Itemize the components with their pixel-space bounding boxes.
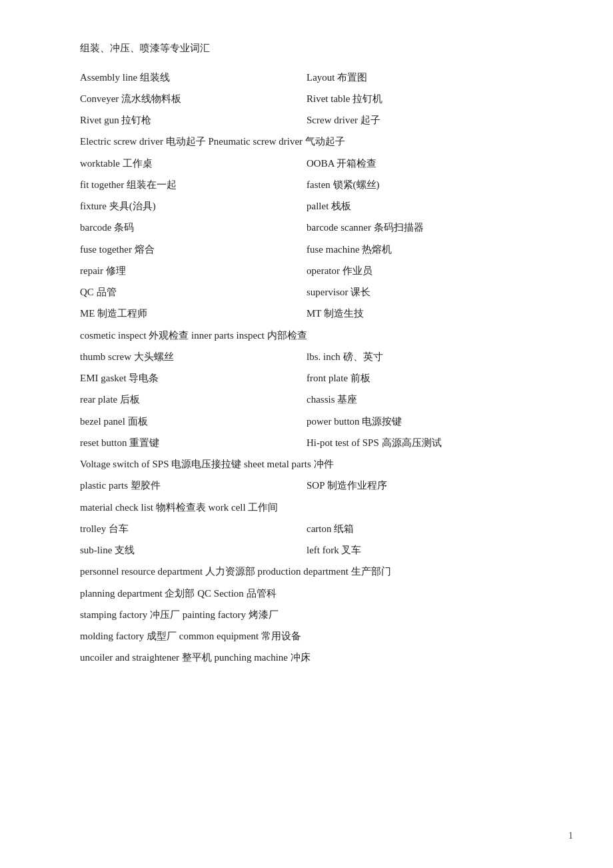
term-right-cell: supervisor 课长 — [306, 281, 533, 303]
term-left-cell: Conveyer 流水线物料板 — [80, 88, 306, 109]
table-row: fuse together 熔合fuse machine 热熔机 — [80, 239, 533, 260]
table-row: cosmetic inspect 外观检查 inner parts inspec… — [80, 325, 533, 346]
term-right-cell: lbs. inch 磅、英寸 — [306, 346, 533, 367]
term-left-cell: ME 制造工程师 — [80, 303, 306, 324]
table-row: molding factory 成型厂 common equipment 常用设… — [80, 625, 533, 647]
table-row: fixture 夹具(治具)pallet 栈板 — [80, 195, 533, 217]
table-row: sub-line 支线left fork 叉车 — [80, 539, 533, 561]
term-left-cell: fixture 夹具(治具) — [80, 195, 306, 217]
table-row: Rivet gun 拉钉枪Screw driver 起子 — [80, 109, 533, 131]
table-row: Conveyer 流水线物料板Rivet table 拉钉机 — [80, 88, 533, 109]
term-right-cell: Screw driver 起子 — [306, 109, 533, 131]
term-right-cell: pallet 栈板 — [306, 195, 533, 217]
table-row: ME 制造工程师MT 制造生技 — [80, 303, 533, 324]
table-row: Voltage switch of SPS 电源电压接拉键 sheet meta… — [80, 453, 533, 475]
term-full-cell: uncoiler and straightener 整平机 punching m… — [80, 647, 533, 668]
term-full-cell: Electric screw driver 电动起子 Pneumatic scr… — [80, 131, 533, 152]
term-left-cell: QC 品管 — [80, 281, 306, 303]
term-left-cell: plastic parts 塑胶件 — [80, 475, 306, 496]
table-row: rear plate 后板chassis 基座 — [80, 389, 533, 410]
term-left-cell: worktable 工作桌 — [80, 153, 306, 174]
term-left-cell: Assembly line 组装线 — [80, 67, 306, 88]
term-left-cell: trolley 台车 — [80, 518, 306, 539]
term-left-cell: EMI gasket 导电条 — [80, 367, 306, 389]
table-row: uncoiler and straightener 整平机 punching m… — [80, 647, 533, 668]
table-row: trolley 台车carton 纸箱 — [80, 518, 533, 539]
table-row: barcode 条码barcode scanner 条码扫描器 — [80, 217, 533, 238]
term-right-cell: left fork 叉车 — [306, 539, 533, 561]
table-row: fit together 组装在一起fasten 锁紧(螺丝) — [80, 174, 533, 195]
term-full-cell: stamping factory 冲压厂 painting factory 烤漆… — [80, 604, 533, 625]
term-right-cell: OOBA 开箱检查 — [306, 153, 533, 174]
term-right-cell: SOP 制造作业程序 — [306, 475, 533, 496]
table-row: bezel panel 面板power button 电源按键 — [80, 411, 533, 432]
table-row: EMI gasket 导电条front plate 前板 — [80, 367, 533, 389]
term-right-cell: Hi-pot test of SPS 高源高压测试 — [306, 432, 533, 453]
term-left-cell: rear plate 后板 — [80, 389, 306, 410]
table-row: planning department 企划部 QC Section 品管科 — [80, 583, 533, 604]
term-right-cell: fasten 锁紧(螺丝) — [306, 174, 533, 195]
table-row: thumb screw 大头螺丝lbs. inch 磅、英寸 — [80, 346, 533, 367]
table-row: QC 品管supervisor 课长 — [80, 281, 533, 303]
term-right-cell: chassis 基座 — [306, 389, 533, 410]
term-table: Assembly line 组装线Layout 布置图Conveyer 流水线物… — [80, 67, 533, 669]
term-right-cell: operator 作业员 — [306, 260, 533, 281]
term-right-cell: carton 纸箱 — [306, 518, 533, 539]
table-row: Electric screw driver 电动起子 Pneumatic scr… — [80, 131, 533, 152]
term-right-cell: Layout 布置图 — [306, 67, 533, 88]
table-row: stamping factory 冲压厂 painting factory 烤漆… — [80, 604, 533, 625]
table-row: reset button 重置键Hi-pot test of SPS 高源高压测… — [80, 432, 533, 453]
term-left-cell: thumb screw 大头螺丝 — [80, 346, 306, 367]
content-area: 组装、冲压、喷漆等专业词汇 Assembly line 组装线Layout 布置… — [80, 40, 533, 669]
table-row: worktable 工作桌OOBA 开箱检查 — [80, 153, 533, 174]
term-right-cell: MT 制造生技 — [306, 303, 533, 324]
table-row: plastic parts 塑胶件SOP 制造作业程序 — [80, 475, 533, 496]
term-left-cell: fit together 组装在一起 — [80, 174, 306, 195]
term-full-cell: Voltage switch of SPS 电源电压接拉键 sheet meta… — [80, 453, 533, 475]
term-left-cell: sub-line 支线 — [80, 539, 306, 561]
term-right-cell: power button 电源按键 — [306, 411, 533, 432]
term-right-cell: Rivet table 拉钉机 — [306, 88, 533, 109]
term-right-cell: fuse machine 热熔机 — [306, 239, 533, 260]
term-right-cell: front plate 前板 — [306, 367, 533, 389]
page-number: 1 — [568, 831, 573, 841]
term-full-cell: molding factory 成型厂 common equipment 常用设… — [80, 625, 533, 647]
term-left-cell: Rivet gun 拉钉枪 — [80, 109, 306, 131]
table-row: repair 修理operator 作业员 — [80, 260, 533, 281]
term-full-cell: cosmetic inspect 外观检查 inner parts inspec… — [80, 325, 533, 346]
table-row: material check list 物料检查表 work cell 工作间 — [80, 497, 533, 518]
term-left-cell: barcode 条码 — [80, 217, 306, 238]
heading: 组装、冲压、喷漆等专业词汇 — [80, 40, 533, 57]
term-left-cell: fuse together 熔合 — [80, 239, 306, 260]
table-row: personnel resource department 人力资源部 prod… — [80, 561, 533, 582]
term-full-cell: planning department 企划部 QC Section 品管科 — [80, 583, 533, 604]
term-right-cell: barcode scanner 条码扫描器 — [306, 217, 533, 238]
term-left-cell: reset button 重置键 — [80, 432, 306, 453]
term-full-cell: material check list 物料检查表 work cell 工作间 — [80, 497, 533, 518]
term-left-cell: bezel panel 面板 — [80, 411, 306, 432]
term-left-cell: repair 修理 — [80, 260, 306, 281]
table-row: Assembly line 组装线Layout 布置图 — [80, 67, 533, 88]
term-full-cell: personnel resource department 人力资源部 prod… — [80, 561, 533, 582]
